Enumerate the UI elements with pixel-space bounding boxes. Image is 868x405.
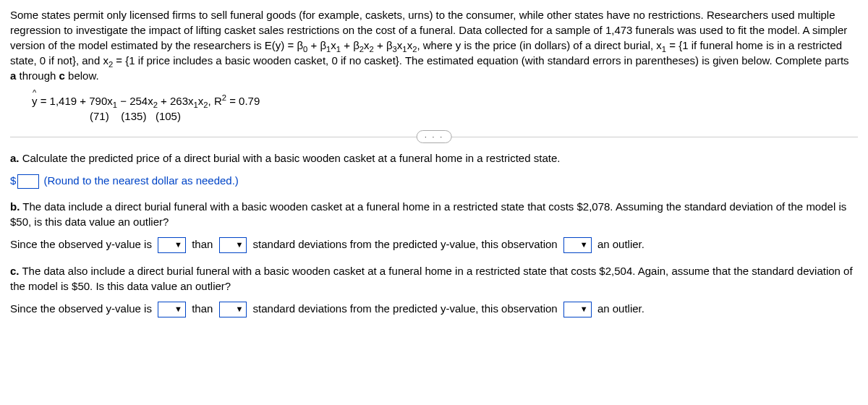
part-c-dropdown-2[interactable]: ▼ xyxy=(219,302,247,317)
estimated-equation: ^y = 1,419 + 790x1 − 254x2 + 263x1x2, R2… xyxy=(32,93,858,124)
problem-statement: Some states permit only licensed firms t… xyxy=(10,7,858,83)
chevron-down-icon: ▼ xyxy=(174,239,182,250)
part-c-dropdown-3[interactable]: ▼ xyxy=(563,302,592,317)
y-hat: ^y xyxy=(32,93,38,108)
part-b-dropdown-2[interactable]: ▼ xyxy=(219,237,247,253)
chevron-down-icon: ▼ xyxy=(580,239,588,250)
dollar-sign: $ xyxy=(10,174,16,187)
ellipsis-button[interactable]: · · · xyxy=(417,130,452,143)
rounding-hint: (Round to the nearest dollar as needed.) xyxy=(44,174,239,187)
chevron-down-icon: ▼ xyxy=(174,304,182,315)
part-a-answer-row: $ (Round to the nearest dollar as needed… xyxy=(10,173,858,189)
chevron-down-icon: ▼ xyxy=(236,304,244,315)
section-divider: · · · xyxy=(10,137,858,137)
part-c-answer-row: Since the observed y-value is ▼ than ▼ s… xyxy=(10,301,858,317)
part-a: a. Calculate the predicted price of a di… xyxy=(10,150,858,166)
part-b: b. The data include a direct burial fune… xyxy=(10,199,858,229)
part-b-answer-row: Since the observed y-value is ▼ than ▼ s… xyxy=(10,236,858,253)
part-b-dropdown-1[interactable]: ▼ xyxy=(158,237,186,253)
part-c-dropdown-1[interactable]: ▼ xyxy=(158,302,186,317)
standard-errors: (71) (135) (105) xyxy=(90,108,858,124)
chevron-down-icon: ▼ xyxy=(580,304,588,315)
part-b-dropdown-3[interactable]: ▼ xyxy=(563,237,592,253)
part-c: c. The data also include a direct burial… xyxy=(10,263,858,294)
part-a-input[interactable] xyxy=(17,174,39,189)
chevron-down-icon: ▼ xyxy=(236,239,244,250)
